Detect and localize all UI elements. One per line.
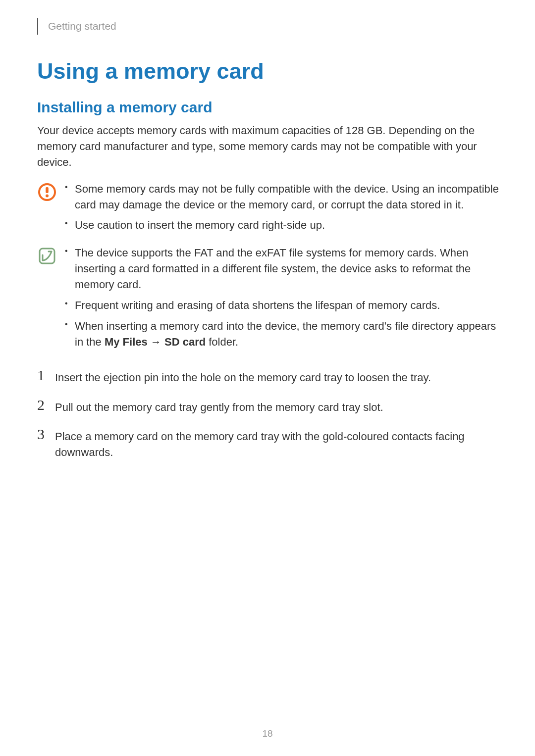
text-fragment: folder. <box>206 336 238 348</box>
note-body: The device supports the FAT and the exFA… <box>63 245 499 354</box>
step-item: 3 Place a memory card on the memory card… <box>37 427 499 460</box>
step-number: 3 <box>37 427 55 442</box>
document-page: Getting started Using a memory card Inst… <box>0 0 535 756</box>
step-item: 1 Insert the ejection pin into the hole … <box>37 368 499 386</box>
svg-rect-1 <box>46 187 49 193</box>
note-bullet: Frequent writing and erasing of data sho… <box>63 298 499 313</box>
section-heading: Installing a memory card <box>37 99 499 116</box>
step-item: 2 Pull out the memory card tray gently f… <box>37 398 499 415</box>
step-text: Pull out the memory card tray gently fro… <box>55 398 499 415</box>
warning-bullet: Some memory cards may not be fully compa… <box>63 181 499 213</box>
svg-point-2 <box>46 194 49 197</box>
note-bullet: The device supports the FAT and the exFA… <box>63 245 499 293</box>
warning-callout: Some memory cards may not be fully compa… <box>37 181 499 239</box>
warning-icon <box>37 181 63 202</box>
menu-path-item: My Files <box>105 336 148 348</box>
note-icon <box>37 245 63 266</box>
page-title: Using a memory card <box>37 58 499 84</box>
menu-path-item: SD card <box>164 336 206 348</box>
note-callout: The device supports the FAT and the exFA… <box>37 245 499 354</box>
text-fragment: → <box>148 336 164 348</box>
step-number: 2 <box>37 398 55 412</box>
warning-bullet: Use caution to insert the memory card ri… <box>63 217 499 233</box>
note-bullet: When inserting a memory card into the de… <box>63 318 499 350</box>
step-number: 1 <box>37 368 55 383</box>
warning-body: Some memory cards may not be fully compa… <box>63 181 499 239</box>
step-text: Place a memory card on the memory card t… <box>55 427 499 460</box>
page-number: 18 <box>0 728 535 739</box>
steps-list: 1 Insert the ejection pin into the hole … <box>37 368 499 461</box>
section-breadcrumb: Getting started <box>48 20 116 32</box>
intro-paragraph: Your device accepts memory cards with ma… <box>37 123 499 170</box>
step-text: Insert the ejection pin into the hole on… <box>55 368 499 386</box>
page-header: Getting started <box>37 18 499 35</box>
